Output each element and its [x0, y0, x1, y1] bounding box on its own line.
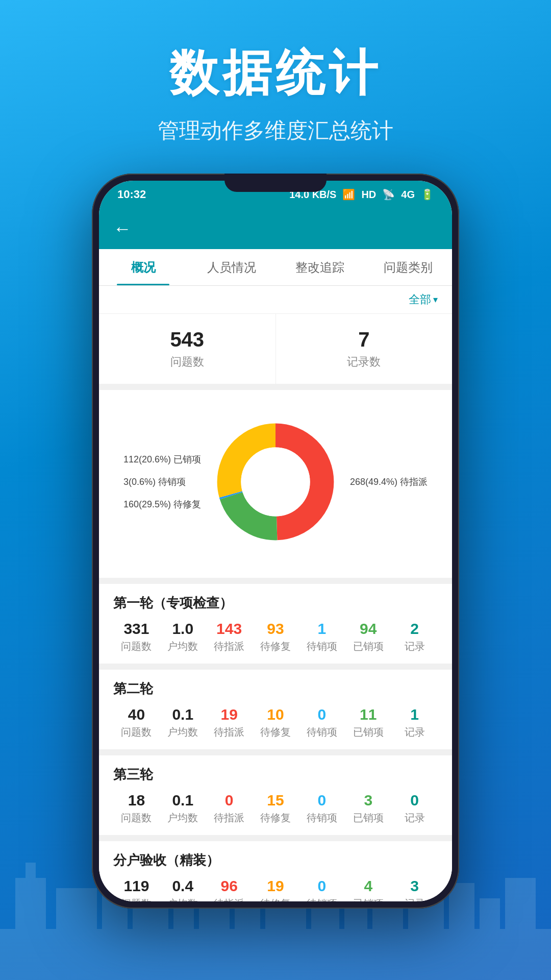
- problems-label: 问题数: [170, 354, 204, 370]
- stat-label-round2-0: 问题数: [121, 725, 152, 739]
- svg-point-27: [241, 447, 310, 516]
- svg-rect-19: [480, 898, 500, 929]
- round-section-round2: 第二轮40问题数0.1户均数19待指派10待修复0待销项11已销项1记录: [99, 670, 452, 749]
- stat-num-round2-6: 1: [410, 706, 419, 723]
- stat-label-round3-6: 记录: [405, 811, 425, 825]
- phone-screen: 10:32 14.0 KB/S 📶 HD 📡 4G 🔋 ← 概况: [99, 181, 452, 901]
- stat-num-acceptance1-4: 0: [318, 877, 327, 895]
- stat-num-round3-4: 0: [318, 792, 327, 809]
- round-stat-round1-6: 2记录: [391, 620, 438, 653]
- round-stat-round2-5: 11已销项: [345, 706, 391, 739]
- round-stats-acceptance1: 119问题数0.4户均数96待指派19待修复0待销项4已销项3记录: [113, 877, 438, 901]
- status-time: 10:32: [117, 188, 146, 201]
- round-stat-round3-6: 0记录: [391, 792, 438, 825]
- round-stat-round1-2: 143待指派: [206, 620, 253, 653]
- stat-num-round2-0: 40: [128, 706, 145, 723]
- round-stat-acceptance1-5: 4已销项: [345, 877, 391, 901]
- stat-num-round1-5: 94: [360, 620, 377, 638]
- stat-num-round3-3: 15: [267, 792, 284, 809]
- stat-num-round1-2: 143: [216, 620, 242, 638]
- round-stat-acceptance1-1: 0.4户均数: [160, 877, 206, 901]
- stat-label-round2-1: 户均数: [167, 725, 198, 739]
- stat-num-round2-3: 10: [267, 706, 284, 723]
- round-section-acceptance1: 分户验收（精装）119问题数0.4户均数96待指派19待修复0待销项4已销项3记…: [99, 841, 452, 901]
- stat-num-acceptance1-2: 96: [220, 877, 237, 895]
- stat-label-round2-2: 待指派: [214, 725, 244, 739]
- tab-rectification[interactable]: 整改追踪: [276, 249, 364, 285]
- round-stat-round2-6: 1记录: [391, 706, 438, 739]
- donut-svg: [209, 415, 342, 548]
- stat-num-round1-4: 1: [318, 620, 327, 638]
- label-pending-sale: 3(0.6%) 待销项: [123, 476, 201, 488]
- stat-label-round1-3: 待修复: [260, 640, 291, 653]
- round-stat-round2-3: 10待修复: [253, 706, 299, 739]
- round-title-round2: 第二轮: [113, 680, 438, 698]
- stat-num-round1-1: 1.0: [172, 620, 193, 638]
- round-stat-round3-5: 3已销项: [345, 792, 391, 825]
- nav-bar: ←: [99, 208, 452, 249]
- stat-label-round3-2: 待指派: [214, 811, 244, 825]
- stat-label-round1-6: 记录: [405, 640, 425, 653]
- filter-label[interactable]: 全部: [409, 292, 431, 307]
- stat-label-acceptance1-4: 待销项: [307, 897, 337, 901]
- round-stat-round2-1: 0.1户均数: [160, 706, 206, 739]
- svg-rect-20: [505, 878, 536, 929]
- svg-rect-0: [0, 929, 551, 980]
- stat-label-round2-5: 已销项: [353, 725, 384, 739]
- stat-num-round3-0: 18: [128, 792, 145, 809]
- page-title: 数据统计: [0, 41, 551, 107]
- stat-label-round3-4: 待销项: [307, 811, 337, 825]
- donut-chart-wrap: 112(20.6%) 已销项 3(0.6%) 待销项 160(29.5%) 待修…: [113, 400, 438, 564]
- phone-mockup: 10:32 14.0 KB/S 📶 HD 📡 4G 🔋 ← 概况: [92, 174, 459, 909]
- tab-personnel[interactable]: 人员情况: [187, 249, 276, 285]
- stat-num-acceptance1-0: 119: [123, 877, 149, 895]
- round-stat-round1-0: 331问题数: [113, 620, 160, 653]
- problems-stat: 543 问题数: [99, 314, 276, 384]
- hd-label: HD: [361, 189, 376, 201]
- stat-num-round2-5: 11: [360, 706, 377, 723]
- label-sold: 112(20.6%) 已销项: [123, 453, 201, 465]
- stat-label-round2-4: 待销项: [307, 725, 337, 739]
- tab-bar: 概况 人员情况 整改追踪 问题类别: [99, 249, 452, 286]
- round-title-round3: 第三轮: [113, 766, 438, 783]
- back-button[interactable]: ←: [113, 218, 132, 239]
- round-stat-acceptance1-2: 96待指派: [206, 877, 253, 901]
- round-stat-round1-3: 93待修复: [253, 620, 299, 653]
- records-label: 记录数: [347, 354, 381, 370]
- round-stat-round3-4: 0待销项: [298, 792, 345, 825]
- round-stat-round1-4: 1待销项: [298, 620, 345, 653]
- round-stat-round1-5: 94已销项: [345, 620, 391, 653]
- stat-num-round3-5: 3: [364, 792, 372, 809]
- stat-label-round1-2: 待指派: [214, 640, 244, 653]
- stat-num-acceptance1-6: 3: [410, 877, 419, 895]
- stat-label-acceptance1-1: 户均数: [167, 897, 198, 901]
- stat-num-round1-6: 2: [410, 620, 419, 638]
- label-pending-assign: 268(49.4%) 待指派: [350, 476, 428, 488]
- tab-overview[interactable]: 概况: [99, 249, 187, 285]
- round-stat-round2-0: 40问题数: [113, 706, 160, 739]
- tab-category[interactable]: 问题类别: [364, 249, 452, 285]
- stat-label-round3-5: 已销项: [353, 811, 384, 825]
- round-title-acceptance1: 分户验收（精装）: [113, 851, 438, 869]
- round-stat-round2-2: 19待指派: [206, 706, 253, 739]
- stat-label-round1-4: 待销项: [307, 640, 337, 653]
- stat-label-round2-6: 记录: [405, 725, 425, 739]
- round-stats-round3: 18问题数0.1户均数0待指派15待修复0待销项3已销项0记录: [113, 792, 438, 825]
- stat-num-acceptance1-5: 4: [364, 877, 372, 895]
- filter-bar: 全部 ▾: [99, 286, 452, 314]
- stat-label-round2-3: 待修复: [260, 725, 291, 739]
- 4g-label: 4G: [401, 189, 415, 201]
- round-stat-round3-0: 18问题数: [113, 792, 160, 825]
- stat-label-round1-1: 户均数: [167, 640, 198, 653]
- stat-num-round2-2: 19: [220, 706, 237, 723]
- stat-label-round1-5: 已销项: [353, 640, 384, 653]
- records-stat: 7 记录数: [276, 314, 453, 384]
- round-stat-round3-3: 15待修复: [253, 792, 299, 825]
- stat-label-round3-1: 户均数: [167, 811, 198, 825]
- stat-num-round2-4: 0: [318, 706, 327, 723]
- svg-rect-2: [26, 863, 36, 878]
- stat-label-acceptance1-5: 已销项: [353, 897, 384, 901]
- stat-num-round3-1: 0.1: [172, 792, 193, 809]
- stat-num-round1-3: 93: [267, 620, 284, 638]
- round-stat-acceptance1-3: 19待修复: [253, 877, 299, 901]
